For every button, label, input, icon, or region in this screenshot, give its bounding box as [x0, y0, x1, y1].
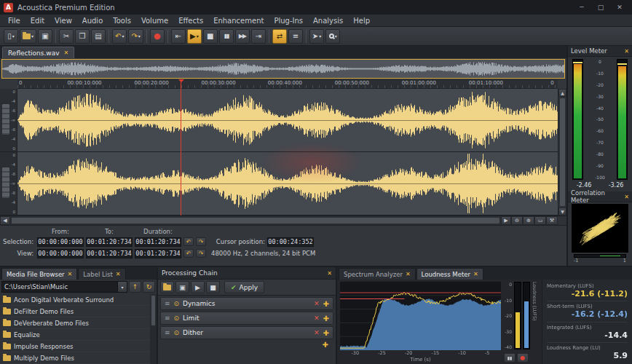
selection-from-field[interactable] — [37, 237, 84, 247]
menu-tools[interactable]: Tools — [108, 16, 136, 25]
vertical-scroll-thumb[interactable] — [559, 98, 566, 207]
channel-right[interactable]: 0 -4 -8 -∞ -8 -4 0 — [0, 152, 558, 215]
menu-view[interactable]: View — [50, 16, 77, 25]
channel-left[interactable]: 0 -4 -8 -∞ -8 -4 0 — [0, 89, 558, 152]
scroll-right-icon[interactable]: ▶ — [501, 216, 511, 225]
media-folder-item[interactable]: Acon Digital Verberate Surround — [0, 294, 157, 306]
chain-item-dither[interactable]: ≡ ⊙ Dither ✕ ✚ — [160, 326, 333, 339]
refresh-button[interactable]: ↻ — [143, 281, 155, 293]
chain-item-limit[interactable]: ≡ ⊙ Limit ✕ ✚ — [160, 312, 333, 325]
overview-strip[interactable] — [1, 59, 565, 79]
menu-help[interactable]: Help — [348, 16, 375, 25]
drag-handle-icon[interactable]: ≡ — [165, 329, 170, 336]
scroll-up-icon[interactable]: ▲ — [558, 89, 566, 97]
add-icon[interactable]: ✚ — [323, 314, 329, 323]
preview-play-button[interactable]: ▶ — [191, 281, 205, 293]
stop-button[interactable]: ■ — [203, 29, 218, 44]
tab-close-icon[interactable]: ✕ — [473, 271, 478, 277]
file-list-scrollbar[interactable] — [150, 294, 157, 364]
media-folder-item[interactable]: Multiply Demo Files — [0, 352, 157, 364]
fast-forward-button[interactable]: ▶▶ — [235, 29, 250, 44]
minimize-button[interactable]: ─ — [573, 2, 590, 13]
selection-to-field[interactable] — [86, 237, 133, 247]
menu-volume[interactable]: Volume — [136, 16, 173, 25]
zoom-tool-button[interactable]: ▾ — [325, 29, 340, 44]
tab-media-file-browser[interactable]: Media File Browser ✕ — [1, 268, 77, 280]
cut-button[interactable]: ✂ — [59, 29, 74, 44]
media-folder-item[interactable]: Equalize — [0, 329, 157, 341]
maximize-button[interactable]: □ — [592, 2, 609, 13]
menu-enhancement[interactable]: Enhancement — [208, 16, 269, 25]
menu-audio[interactable]: Audio — [77, 16, 108, 25]
close-button[interactable]: ✕ — [611, 2, 628, 13]
marker-list-button[interactable]: ≡ — [288, 29, 303, 44]
horizontal-scrollbar[interactable]: ◀ ▶ ⊖ ⊕ ▭ ⚒ — [0, 215, 566, 225]
menu-edit[interactable]: Edit — [25, 16, 50, 25]
copy-button[interactable]: ❐ — [75, 29, 90, 44]
panel-close-icon[interactable]: ✕ — [327, 270, 332, 277]
view-duration-field[interactable] — [135, 249, 181, 258]
power-icon[interactable]: ⊙ — [174, 329, 180, 336]
horizontal-scroll-thumb[interactable] — [11, 217, 500, 224]
cursor-position-field[interactable] — [267, 237, 314, 247]
timeline-ruler[interactable]: 0 00:00:10:000 00:00:20:000 00:00:30:000… — [17, 79, 558, 89]
channel-controls[interactable] — [1, 103, 10, 135]
open-file-button[interactable]: ▾ — [20, 29, 36, 44]
file-list-scroll-thumb[interactable] — [151, 295, 156, 326]
new-file-button[interactable]: ▯▾ — [4, 29, 18, 44]
view-from-field[interactable] — [37, 249, 84, 258]
tab-close-icon[interactable]: ✕ — [116, 271, 121, 277]
view-to-field[interactable] — [86, 249, 133, 258]
apply-button[interactable]: ✔ Apply — [224, 281, 264, 293]
remove-icon[interactable]: ✕ — [314, 314, 320, 322]
undo-button[interactable]: ↶▾ — [112, 29, 127, 44]
menu-analysis[interactable]: Analysis — [308, 16, 348, 25]
save-chain-button[interactable]: ▣ — [175, 281, 189, 293]
loudness-pause-button[interactable]: ▮▮ — [504, 353, 516, 363]
zoom-in-button[interactable]: ⊕ — [523, 216, 534, 225]
media-folder-item[interactable]: Impulse Responses — [0, 341, 157, 352]
path-input[interactable] — [2, 283, 117, 290]
tab-close-icon[interactable]: ✕ — [64, 50, 69, 56]
scroll-down-icon[interactable]: ▼ — [558, 207, 566, 215]
tab-spectrum-analyzer[interactable]: Spectrum Analyzer ✕ — [339, 268, 416, 280]
selection-redo-button[interactable]: ↷ — [196, 237, 206, 246]
channel-controls[interactable] — [1, 167, 10, 199]
go-to-end-button[interactable]: ⇥ — [251, 29, 266, 44]
menu-plugins[interactable]: Plug-Ins — [269, 16, 308, 25]
panel-close-icon[interactable]: ✕ — [624, 194, 629, 200]
chain-item-dynamics[interactable]: ≡ ⊙ Dynamics ✕ ✚ — [160, 297, 333, 310]
load-chain-button[interactable] — [160, 281, 174, 293]
view-undo-button[interactable]: ↶ — [183, 249, 194, 258]
menu-effects[interactable]: Effects — [173, 16, 208, 25]
drag-handle-icon[interactable]: ≡ — [165, 300, 170, 307]
pause-button[interactable]: ▮▮ — [219, 29, 234, 44]
add-icon[interactable]: ✚ — [323, 300, 329, 308]
power-icon[interactable]: ⊙ — [174, 300, 180, 307]
tab-reflections-wav[interactable]: Reflections.wav ✕ — [2, 47, 74, 58]
add-icon[interactable]: ✚ — [323, 329, 329, 337]
media-folder-item[interactable]: DeFilter Demo Files — [0, 306, 157, 317]
remove-icon[interactable]: ✕ — [314, 329, 320, 336]
selection-undo-button[interactable]: ↶ — [183, 237, 194, 246]
record-button[interactable]: ● — [150, 29, 165, 44]
path-combo[interactable]: ▾ — [1, 281, 127, 293]
tab-loudness-meter[interactable]: Loudness Meter ✕ — [416, 268, 483, 280]
save-button[interactable]: ▣ — [38, 29, 52, 44]
preview-stop-button[interactable]: ■ — [206, 281, 220, 293]
play-button[interactable]: ▶▾ — [187, 29, 202, 44]
remove-icon[interactable]: ✕ — [314, 300, 320, 307]
follow-playback-button[interactable]: ⇄ — [272, 29, 287, 44]
panel-close-icon[interactable]: ✕ — [624, 48, 629, 55]
tab-label-list[interactable]: Label List ✕ — [78, 268, 125, 280]
selection-duration-field[interactable] — [135, 237, 181, 247]
redo-button[interactable]: ↷▾ — [128, 29, 143, 44]
go-to-start-button[interactable]: ⇤ — [171, 29, 186, 44]
drag-handle-icon[interactable]: ≡ — [165, 314, 170, 322]
zoom-out-button[interactable]: ⊖ — [511, 216, 523, 225]
add-effect-icon[interactable]: ✚ — [323, 341, 328, 349]
paste-button[interactable]: ▤ — [91, 29, 106, 44]
up-directory-button[interactable]: ↑ — [129, 281, 141, 293]
zoom-fit-button[interactable]: ▭ — [534, 216, 546, 225]
loudness-record-button[interactable]: ● — [517, 353, 529, 363]
